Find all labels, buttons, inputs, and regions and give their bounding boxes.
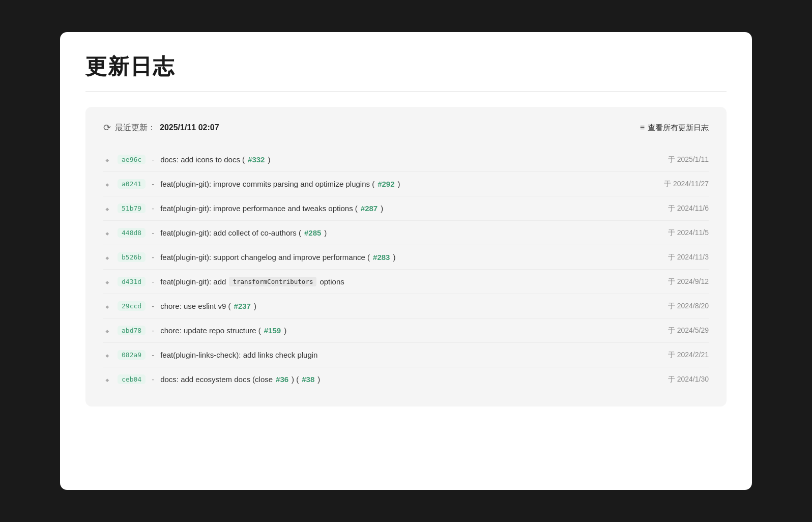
list-icon: ≡ <box>640 123 645 132</box>
commit-hash[interactable]: ae96c <box>118 155 146 164</box>
commit-separator: - <box>152 204 154 213</box>
commit-pr-link[interactable]: #36 <box>276 375 288 384</box>
commit-date: 于 2024/8/20 <box>668 302 709 311</box>
commit-message: feat(plugin-git): support changelog and … <box>160 253 662 262</box>
commit-separator: - <box>152 351 154 359</box>
commit-hash[interactable]: b526b <box>118 252 146 262</box>
commit-date: 于 2024/11/5 <box>668 228 709 238</box>
changelog-header: ⟳ 最近更新： 2025/1/11 02:07 ≡ 查看所有更新日志 <box>103 122 709 133</box>
commit-dot-icon: ⬥ <box>103 253 111 262</box>
commit-dot-icon: ⬥ <box>103 326 111 335</box>
commit-item: ⬥b526b-feat(plugin-git): support changel… <box>103 245 709 270</box>
commit-dot-icon: ⬥ <box>103 228 111 238</box>
commit-pr-link[interactable]: #332 <box>248 155 265 164</box>
commit-message: chore: update repo structure (#159) <box>160 326 662 335</box>
commit-separator: - <box>152 375 154 384</box>
commit-date: 于 2024/1/30 <box>668 375 709 384</box>
commit-dot-icon: ⬥ <box>103 302 111 311</box>
commit-hash[interactable]: a0241 <box>118 179 146 189</box>
commit-date: 于 2024/11/27 <box>664 180 709 189</box>
commit-date: 于 2024/11/3 <box>668 253 709 262</box>
last-update-date: 2025/1/11 02:07 <box>160 123 219 132</box>
commit-message: feat(plugin-git): improve performance an… <box>160 204 662 213</box>
commit-pr-link[interactable]: #159 <box>264 326 281 335</box>
commit-hash[interactable]: 29ccd <box>118 301 146 311</box>
commit-separator: - <box>152 277 154 286</box>
commit-dot-icon: ⬥ <box>103 277 111 286</box>
commit-pr-link[interactable]: #283 <box>373 253 390 262</box>
commit-dot-icon: ⬥ <box>103 351 111 360</box>
commit-date: 于 2025/1/11 <box>668 155 709 164</box>
commit-date: 于 2024/2/21 <box>668 351 709 360</box>
commit-pr-link-2[interactable]: #38 <box>302 375 314 384</box>
commit-hash[interactable]: ceb04 <box>118 374 146 384</box>
commit-separator: - <box>152 302 154 310</box>
commit-separator: - <box>152 326 154 335</box>
commit-pr-link[interactable]: #287 <box>361 204 378 213</box>
last-update-label: 最近更新： <box>115 123 156 133</box>
commit-message: feat(plugin-git): add transformContribut… <box>160 277 662 286</box>
commit-date: 于 2024/9/12 <box>668 277 709 286</box>
commit-dot-icon: ⬥ <box>103 180 111 189</box>
commit-hash[interactable]: abd78 <box>118 326 146 335</box>
commit-message: feat(plugin-git): add collect of co-auth… <box>160 228 662 237</box>
commit-item: ⬥ceb04-docs: add ecosystem docs (close #… <box>103 367 709 391</box>
commit-separator: - <box>152 253 154 262</box>
section-divider <box>85 91 727 92</box>
commit-date: 于 2024/11/6 <box>668 204 709 213</box>
commit-separator: - <box>152 228 154 237</box>
commit-separator: - <box>152 180 154 188</box>
changelog-box: ⟳ 最近更新： 2025/1/11 02:07 ≡ 查看所有更新日志 ⬥ae96… <box>85 107 727 407</box>
commit-item: ⬥082a9-feat(plugin-links-check): add lin… <box>103 343 709 367</box>
commit-item: ⬥d431d-feat(plugin-git): add transformCo… <box>103 270 709 294</box>
page-title: 更新日志 <box>85 52 727 81</box>
commit-dot-icon: ⬥ <box>103 155 111 164</box>
last-update-section: ⟳ 最近更新： 2025/1/11 02:07 <box>103 122 219 133</box>
page-container: 更新日志 ⟳ 最近更新： 2025/1/11 02:07 ≡ 查看所有更新日志 … <box>60 32 752 490</box>
commit-hash[interactable]: 082a9 <box>118 350 146 360</box>
clock-icon: ⟳ <box>103 122 111 133</box>
commit-hash[interactable]: d431d <box>118 277 146 286</box>
view-all-link[interactable]: ≡ 查看所有更新日志 <box>640 123 709 133</box>
commit-item: ⬥abd78-chore: update repo structure (#15… <box>103 318 709 343</box>
commit-message: feat(plugin-git): improve commits parsin… <box>160 180 658 188</box>
commit-pr-link[interactable]: #285 <box>304 228 321 237</box>
commit-message: chore: use eslint v9 (#237) <box>160 302 662 310</box>
commit-item: ⬥51b79-feat(plugin-git): improve perform… <box>103 196 709 221</box>
commit-item: ⬥29ccd-chore: use eslint v9 (#237)于 2024… <box>103 294 709 318</box>
commit-dot-icon: ⬥ <box>103 204 111 213</box>
commit-message: docs: add ecosystem docs (close #36) (#3… <box>160 375 662 384</box>
view-all-label: 查看所有更新日志 <box>648 123 709 133</box>
commit-message: docs: add icons to docs (#332) <box>160 155 662 164</box>
commit-hash[interactable]: 448d8 <box>118 228 146 238</box>
commit-pr-link[interactable]: #292 <box>378 180 394 188</box>
commit-message: feat(plugin-links-check): add links chec… <box>160 351 662 359</box>
commit-dot-icon: ⬥ <box>103 375 111 384</box>
commit-item: ⬥a0241-feat(plugin-git): improve commits… <box>103 172 709 196</box>
commit-separator: - <box>152 155 154 164</box>
commit-item: ⬥ae96c-docs: add icons to docs (#332)于 2… <box>103 148 709 172</box>
commit-date: 于 2024/5/29 <box>668 326 709 335</box>
commit-list: ⬥ae96c-docs: add icons to docs (#332)于 2… <box>103 148 709 391</box>
commit-item: ⬥448d8-feat(plugin-git): add collect of … <box>103 221 709 245</box>
commit-pr-link[interactable]: #237 <box>234 302 251 310</box>
commit-hash[interactable]: 51b79 <box>118 204 146 213</box>
commit-code: transformContributors <box>229 277 316 286</box>
